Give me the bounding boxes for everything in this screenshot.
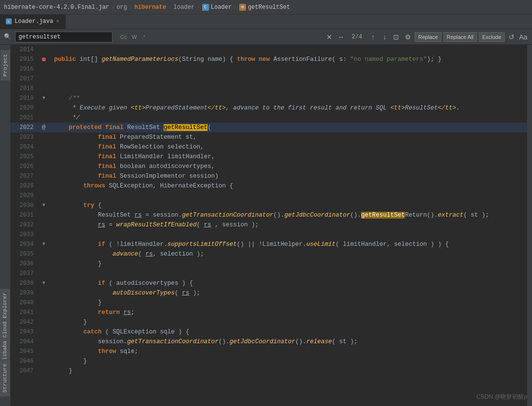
toggle-case-btn[interactable]: Aa [518, 32, 528, 42]
main-layout: Project Alibaba Cloud Explorer Structure… [0, 45, 532, 406]
prev-match-btn[interactable]: ↑ [368, 32, 378, 42]
table-row: 2023 final PreparedStatement st, [11, 132, 527, 142]
fold-icon[interactable]: ▼ [42, 93, 45, 103]
code-area[interactable]: 2014 2015 public int[] getNamedParameter… [11, 45, 527, 406]
table-row: 2043 catch ( SQLException sqle ) { [11, 327, 527, 337]
table-row: 2041 return rs; [11, 308, 527, 317]
search-bar: 🔍 Cc W .* ✕ ↔ 2/4 ↑ ↓ ⊡ ⚙ Replace Replac… [0, 29, 532, 45]
replace-toggle-btn[interactable]: ↔ [336, 32, 346, 42]
table-row: 2040 } [11, 298, 527, 308]
structure-tab-container: Structure [0, 359, 10, 396]
table-row: 2046 } [11, 356, 527, 366]
search-counter: 2/4 [352, 34, 362, 40]
table-row: 2019 ▼ /** [11, 93, 527, 103]
table-row: 2022 @ protected final ResultSet getResu… [11, 123, 527, 132]
tab-close-btn[interactable]: × [56, 18, 59, 24]
table-row: 2021 */ [11, 113, 527, 123]
case-sensitive-btn[interactable]: Cc [118, 33, 129, 41]
table-row: 2047 } [11, 366, 527, 376]
watermark: CSDN @晓梦初醒p [476, 393, 527, 401]
table-row: 2024 final RowSelection selection, [11, 142, 527, 152]
search-controls: ✕ ↔ 2/4 ↑ ↓ ⊡ ⚙ Replace Replace All Excl… [324, 32, 528, 42]
fold-icon[interactable]: ▼ [42, 240, 45, 249]
structure-tab[interactable]: Structure [0, 359, 10, 396]
method-icon: m [239, 4, 246, 11]
table-row: 2029 [11, 191, 527, 201]
search-input[interactable] [15, 32, 113, 42]
table-row: 2030 ▼ try { [11, 201, 527, 210]
table-row: 2027 final SessionImplementor session) [11, 171, 527, 181]
table-row: 2026 final boolean autodiscovertypes, [11, 162, 527, 171]
class-icon: C [202, 4, 209, 11]
table-row: 2015 public int[] getNamedParameterLocs(… [11, 55, 527, 64]
table-row: 2044 session.getTransactionCoordinator()… [11, 337, 527, 347]
table-row: 2014 [11, 45, 527, 55]
tab-file-icon: L [6, 18, 12, 24]
fold-icon[interactable]: ▼ [42, 278, 45, 288]
table-row: 2031 ResultSet rs = session.getTransacti… [11, 210, 527, 220]
code-editor: 2014 2015 public int[] getNamedParameter… [11, 45, 527, 406]
minimap[interactable] [527, 45, 532, 406]
table-row: 2034 ▼ if ( !limitHandler.supportsLimitO… [11, 240, 527, 249]
table-row: 2033 [11, 230, 527, 240]
table-row: 2020 * Execute given <tt>PreparedStateme… [11, 103, 527, 113]
table-row: 2038 ▼ if ( autodiscovertypes ) { [11, 278, 527, 288]
regex-btn[interactable]: .* [140, 33, 147, 41]
alibaba-cloud-tab[interactable]: Alibaba Cloud Explorer [0, 288, 10, 367]
table-row: 2017 [11, 74, 527, 84]
table-row: 2035 advance( rs, selection ); [11, 249, 527, 259]
table-row: 2042 } [11, 317, 527, 327]
whole-word-btn[interactable]: W [130, 33, 138, 41]
method-crumb[interactable]: getResultSet [248, 4, 290, 11]
table-row: 2036 } [11, 259, 527, 269]
table-row: 2032 rs = wrapResultSetIfEnabled( rs , s… [11, 220, 527, 230]
search-icon: 🔍 [4, 33, 11, 40]
next-match-btn[interactable]: ↓ [380, 32, 389, 42]
pkg2-crumb[interactable]: hibernate [134, 4, 166, 11]
tab-label: Loader.java [15, 18, 53, 25]
alibaba-tab-container: Alibaba Cloud Explorer [0, 288, 10, 367]
settings-btn[interactable]: ⚙ [403, 32, 413, 42]
table-row: 2045 throw sqle; [11, 347, 527, 356]
fold-icon[interactable]: ▼ [42, 201, 45, 210]
table-row: 2037 [11, 269, 527, 278]
table-row: 2016 [11, 64, 527, 74]
tab-loader-java[interactable]: L Loader.java × [0, 15, 66, 29]
replace-all-btn[interactable]: Replace All [443, 32, 477, 42]
jar-crumb[interactable]: hibernate-core-4.2.0.Final.jar [4, 4, 109, 11]
table-row: 2039 autoDiscoverTypes( rs ); [11, 288, 527, 298]
table-row: 2018 [11, 84, 527, 93]
tab-bar: L Loader.java × [0, 15, 532, 29]
close-search-btn[interactable]: ✕ [324, 32, 334, 42]
table-row: 2025 final LimitHandler limitHandler, [11, 152, 527, 162]
project-tab[interactable]: Project [0, 50, 10, 80]
pkg3-crumb[interactable]: loader [173, 4, 194, 11]
search-options: Cc W .* [118, 33, 147, 41]
refresh-btn[interactable]: ↺ [507, 32, 516, 42]
edge-panel: Project Alibaba Cloud Explorer Structure [0, 45, 11, 406]
replace-btn[interactable]: Replace [415, 32, 441, 42]
pkg1-crumb[interactable]: org [116, 4, 127, 11]
breadcrumb-bar: hibernate-core-4.2.0.Final.jar › org › h… [0, 0, 532, 15]
breakpoint-icon[interactable] [42, 57, 46, 61]
table-row: 2028 throws SQLException, HibernateExcep… [11, 181, 527, 191]
toggle-view-btn[interactable]: ⊡ [391, 32, 401, 42]
exclude-btn[interactable]: Exclude [479, 32, 505, 42]
class-crumb[interactable]: Loader [211, 4, 232, 11]
